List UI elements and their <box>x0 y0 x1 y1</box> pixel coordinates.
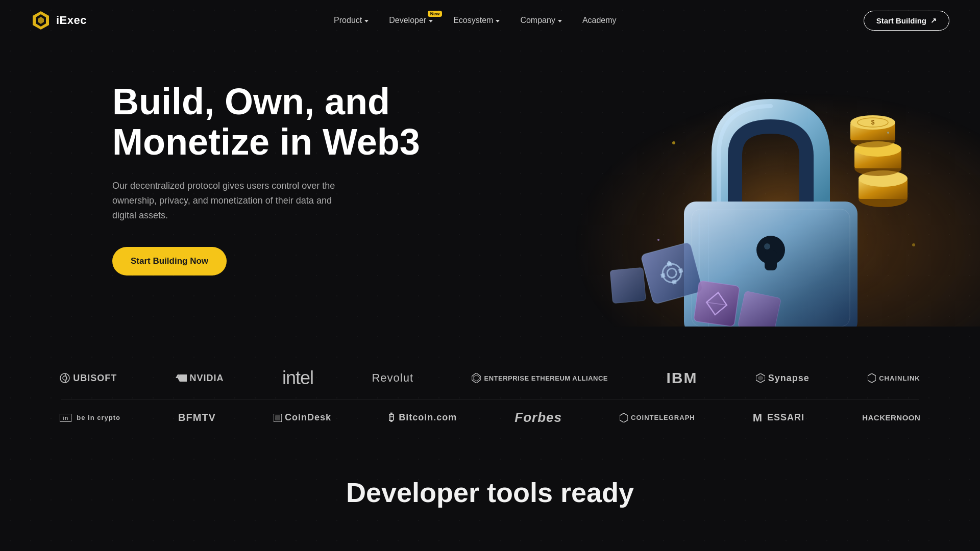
nav-item-developer[interactable]: Developer New <box>389 16 433 25</box>
partners-section: UBISOFT NVIDIA intel Revolut ENTERPRISE … <box>0 327 980 446</box>
chevron-down-icon <box>364 20 369 22</box>
partner-cointelegraph: COINTELEGRAPH <box>620 413 695 422</box>
hero-visual: $ <box>582 51 939 327</box>
partner-messari: M ESSARI <box>753 411 804 424</box>
hero-description: Our decentralized protocol gives users c… <box>112 179 347 222</box>
nav-links: Product Developer New Ecosystem Company … <box>334 16 617 25</box>
logo-text: iExec <box>56 14 87 27</box>
hero-cta-button[interactable]: Start Building Now <box>112 247 227 276</box>
svg-point-46 <box>60 373 69 383</box>
start-building-button[interactable]: Start Building ↗ <box>864 11 949 31</box>
external-link-icon: ↗ <box>930 16 937 24</box>
nav-label-developer: Developer <box>389 16 426 25</box>
partner-chainlink: CHAINLINK <box>868 373 920 383</box>
partners-row-1: UBISOFT NVIDIA intel Revolut ENTERPRISE … <box>31 357 949 399</box>
hero-content: Build, Own, and Monetize in Web3 Our dec… <box>112 82 420 276</box>
logo-icon <box>31 10 51 31</box>
svg-marker-51 <box>473 375 479 381</box>
partner-intel: intel <box>282 367 313 389</box>
nav-label-academy: Academy <box>582 16 617 25</box>
nav-label-ecosystem: Ecosystem <box>453 16 493 25</box>
svg-marker-57 <box>620 413 628 422</box>
svg-point-43 <box>887 132 889 134</box>
partners-row-2: in be in crypto BFMTV CoinDesk ₿ Bitcoin… <box>31 399 949 436</box>
svg-rect-56 <box>275 415 280 420</box>
partner-ibm: IBM <box>666 369 697 387</box>
nav-item-ecosystem[interactable]: Ecosystem <box>453 16 500 25</box>
partner-bfmtv: BFMTV <box>178 412 216 423</box>
svg-text:$: $ <box>871 119 875 126</box>
lock-illustration: $ <box>582 51 939 327</box>
nav-item-academy[interactable]: Academy <box>582 16 617 25</box>
chevron-down-icon <box>496 20 500 22</box>
svg-point-45 <box>912 243 915 246</box>
nav-label-product: Product <box>334 16 362 25</box>
partner-beincrypto: in be in crypto <box>60 414 120 422</box>
start-building-label: Start Building <box>876 16 926 25</box>
nav-item-company[interactable]: Company <box>520 16 561 25</box>
synapse-icon <box>756 373 765 383</box>
navbar: iExec Product Developer New Ecosystem Co… <box>0 0 980 41</box>
partner-synapse: Synapse <box>756 373 810 384</box>
ubisoft-icon <box>60 373 70 383</box>
coindesk-icon <box>274 414 282 422</box>
nvidia-icon <box>176 374 187 382</box>
cointelegraph-icon <box>620 413 628 422</box>
partner-coindesk: CoinDesk <box>274 412 331 423</box>
svg-rect-38 <box>610 267 646 303</box>
svg-point-20 <box>764 243 770 249</box>
partner-hackernoon: HACKERNOON <box>862 413 920 422</box>
partner-ubisoft: UBISOFT <box>60 373 117 384</box>
svg-marker-53 <box>758 375 763 381</box>
partner-ethereum-alliance: ENTERPRISE ETHEREUM ALLIANCE <box>472 373 607 383</box>
logo[interactable]: iExec <box>31 10 87 31</box>
partner-nvidia: NVIDIA <box>176 373 224 384</box>
svg-marker-54 <box>868 373 876 383</box>
chevron-down-icon <box>558 20 562 22</box>
partner-revolut: Revolut <box>372 371 413 385</box>
svg-point-44 <box>657 239 659 241</box>
chevron-down-icon <box>429 20 433 22</box>
hero-title: Build, Own, and Monetize in Web3 <box>112 82 420 162</box>
partner-forbes: Forbes <box>514 410 562 425</box>
partner-bitcoin: ₿ Bitcoin.com <box>389 412 457 423</box>
chainlink-icon <box>868 373 876 383</box>
svg-point-42 <box>672 141 675 144</box>
developer-tools-text: Developer tools ready <box>346 477 634 508</box>
ethereum-icon <box>472 373 481 383</box>
nav-item-product[interactable]: Product <box>334 16 369 25</box>
bottom-teaser: Developer tools ready <box>0 446 980 518</box>
nav-label-company: Company <box>520 16 555 25</box>
svg-rect-19 <box>765 250 777 270</box>
hero-section: Build, Own, and Monetize in Web3 Our dec… <box>0 41 980 327</box>
new-badge: New <box>428 11 443 17</box>
